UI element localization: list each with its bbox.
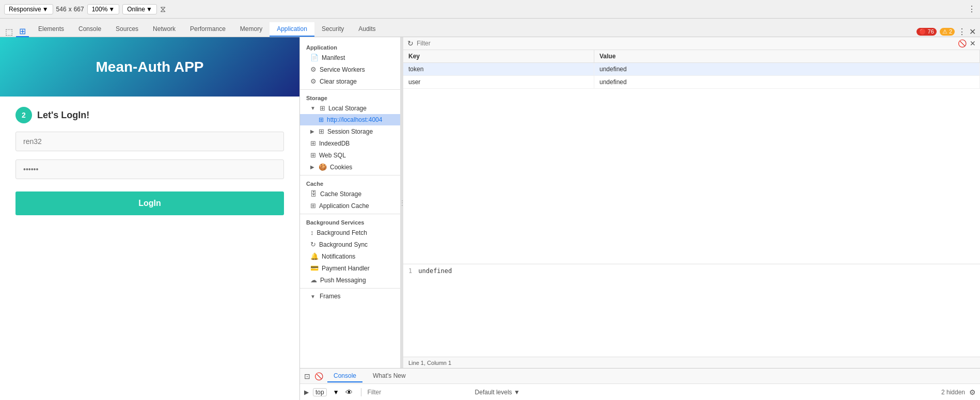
sidebar-item-background-sync[interactable]: ↻ Background Sync xyxy=(300,238,400,250)
devtools-close-button[interactable]: ✕ xyxy=(969,27,976,37)
manifest-icon: 📄 xyxy=(310,54,319,61)
sidebar-item-push-messaging[interactable]: ☁ Push Messaging xyxy=(300,274,400,286)
zoom-button[interactable]: 100% ▼ xyxy=(87,4,120,14)
cookies-label: Cookies xyxy=(330,164,352,171)
tab-performance[interactable]: Performance xyxy=(183,22,233,37)
devtools-more-button[interactable]: ⋮ xyxy=(958,27,966,37)
tab-memory[interactable]: Memory xyxy=(233,22,270,37)
capture-icon[interactable]: ⧖ xyxy=(160,5,166,14)
table-row[interactable]: user undefined xyxy=(403,76,980,89)
app-title: Mean-Auth APP xyxy=(96,59,204,75)
status-bar: Line 1, Column 1 xyxy=(403,357,980,368)
tab-console[interactable]: Console xyxy=(71,22,108,37)
responsive-button[interactable]: Responsive ▼ xyxy=(4,4,53,14)
application-cache-label: Application Cache xyxy=(319,202,369,210)
value-preview: 1undefined xyxy=(403,264,980,357)
separator xyxy=(361,388,361,396)
x-label: x xyxy=(69,6,72,13)
device-icon[interactable]: ⊞ xyxy=(16,26,29,37)
clear-storage-label: Clear storage xyxy=(320,78,357,85)
step-badge: 2 xyxy=(15,107,32,123)
console-filter-input[interactable] xyxy=(368,389,471,396)
sidebar-item-indexeddb[interactable]: ⊞ IndexedDB xyxy=(300,137,400,149)
sidebar-item-local-storage[interactable]: ▼ ⊞ Local Storage xyxy=(300,102,400,114)
localhost-icon: ⊞ xyxy=(319,116,324,123)
sidebar-item-application-cache[interactable]: ⊞ Application Cache xyxy=(300,200,400,212)
console-block-button[interactable]: 🚫 xyxy=(314,372,323,380)
username-input[interactable] xyxy=(15,132,284,151)
online-dropdown-icon: ▼ xyxy=(146,6,152,13)
console-sidebar-button[interactable]: ⊡ xyxy=(304,372,310,380)
service-workers-label: Service Workers xyxy=(320,66,365,73)
filter-input[interactable] xyxy=(417,40,955,47)
sidebar-item-cache-storage[interactable]: 🗄 Cache Storage xyxy=(300,188,400,200)
dropdown-icon: ▼ xyxy=(42,6,49,13)
tab-security[interactable]: Security xyxy=(314,22,351,37)
devtools-panel: Application 📄 Manifest ⚙ Service Workers… xyxy=(299,37,980,400)
value-cell-token: undefined xyxy=(594,63,980,75)
close-filter-button[interactable]: ✕ xyxy=(970,39,976,47)
login-title-text: Let's LogIn! xyxy=(37,110,89,121)
application-section-title: Application xyxy=(300,41,400,52)
sidebar-item-notifications[interactable]: 🔔 Notifications xyxy=(300,250,400,262)
sidebar-item-clear-storage[interactable]: ⚙ Clear storage xyxy=(300,75,400,87)
refresh-button[interactable]: ↻ xyxy=(407,39,414,47)
sidebar-item-frames[interactable]: ▼ Frames xyxy=(300,291,400,302)
filter-bar: ↻ 🚫 ✕ xyxy=(403,37,980,50)
console-tab[interactable]: Console xyxy=(327,370,362,382)
sidebar-item-session-storage[interactable]: ▶ ⊞ Session Storage xyxy=(300,125,400,137)
console-tab-bar: ⊡ 🚫 Console What's New xyxy=(300,368,980,383)
websql-icon: ⊞ xyxy=(310,151,316,159)
tab-elements[interactable]: Elements xyxy=(31,22,71,37)
table-header: Key Value xyxy=(403,50,980,63)
table-row[interactable]: token undefined xyxy=(403,63,980,76)
cookies-expand: ▶ xyxy=(310,164,314,170)
more-options-button[interactable]: ⋮ xyxy=(968,4,976,14)
data-table: Key Value token undefined user undefined xyxy=(403,50,980,264)
divider-3 xyxy=(300,214,400,214)
inspect-icon[interactable]: ⬚ xyxy=(2,27,16,37)
eye-icon[interactable]: 👁 xyxy=(345,388,353,396)
console-settings-icon[interactable]: ⚙ xyxy=(969,388,976,396)
warn-badge: ⚠ 2 xyxy=(940,28,955,36)
session-storage-label: Session Storage xyxy=(327,128,373,135)
value-column-header: Value xyxy=(594,50,980,62)
online-button[interactable]: Online ▼ xyxy=(122,4,157,14)
frames-expand: ▼ xyxy=(310,294,315,299)
line-number: 1 xyxy=(408,267,412,275)
cache-storage-label: Cache Storage xyxy=(320,190,361,198)
level-select[interactable]: Default levels ▼ xyxy=(475,389,520,396)
status-text: Line 1, Column 1 xyxy=(408,360,451,366)
block-filter-button[interactable]: 🚫 xyxy=(958,39,967,47)
sidebar-item-payment-handler[interactable]: 💳 Payment Handler xyxy=(300,262,400,274)
login-form: 2 Let's LogIn! LogIn xyxy=(0,97,299,226)
service-workers-icon: ⚙ xyxy=(310,66,317,73)
width-value: 546 xyxy=(56,6,67,13)
preview-value: undefined xyxy=(418,267,452,275)
sidebar-item-background-fetch[interactable]: ↕ Background Fetch xyxy=(300,227,400,238)
tab-audits[interactable]: Audits xyxy=(351,22,383,37)
background-sync-icon: ↻ xyxy=(310,241,316,248)
notifications-label: Notifications xyxy=(322,253,355,260)
local-storage-label: Local Storage xyxy=(328,105,367,112)
password-input[interactable] xyxy=(15,159,284,179)
session-storage-icon: ⊞ xyxy=(319,127,324,135)
devtools-sidebar: Application 📄 Manifest ⚙ Service Workers… xyxy=(300,37,401,368)
console-context-label: top xyxy=(313,388,327,396)
tab-application[interactable]: Application xyxy=(270,22,314,37)
tab-sources[interactable]: Sources xyxy=(108,22,146,37)
tab-network[interactable]: Network xyxy=(146,22,183,37)
context-dropdown-icon: ▼ xyxy=(333,389,339,396)
sidebar-item-manifest[interactable]: 📄 Manifest xyxy=(300,52,400,63)
payment-handler-label: Payment Handler xyxy=(322,265,370,272)
whats-new-tab[interactable]: What's New xyxy=(367,370,412,382)
divider-2 xyxy=(300,175,400,175)
login-title-row: 2 Let's LogIn! xyxy=(15,107,284,123)
value-cell-user: undefined xyxy=(594,76,980,88)
sidebar-item-localhost[interactable]: ⊞ http://localhost:4004 xyxy=(300,114,400,125)
sidebar-item-service-workers[interactable]: ⚙ Service Workers xyxy=(300,63,400,75)
console-prompt-icon: ▶ xyxy=(304,389,309,396)
login-button[interactable]: LogIn xyxy=(15,191,284,215)
sidebar-item-cookies[interactable]: ▶ 🍪 Cookies xyxy=(300,161,400,173)
sidebar-item-websql[interactable]: ⊞ Web SQL xyxy=(300,149,400,161)
